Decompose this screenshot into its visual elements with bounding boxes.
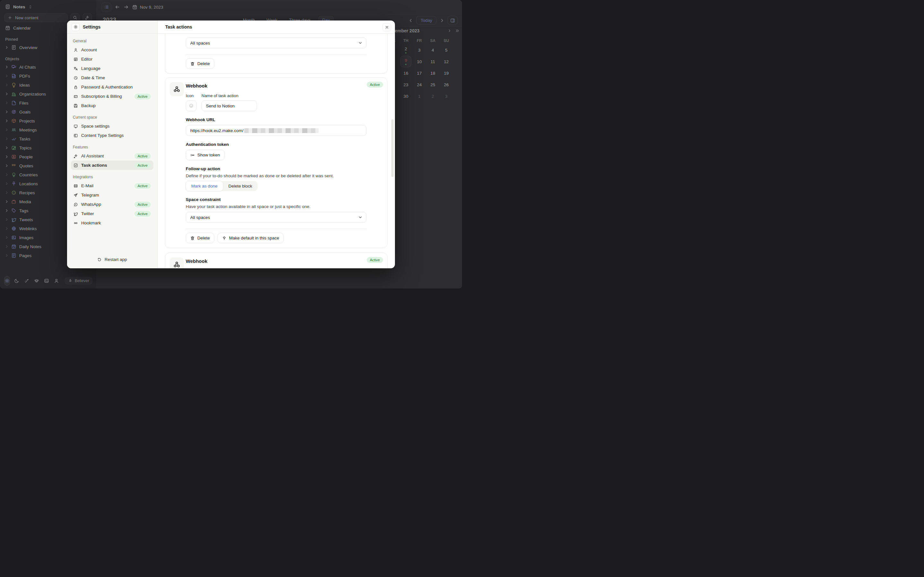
layout-icon — [73, 133, 78, 138]
space-constraint-value: All spaces — [190, 215, 210, 220]
delete-task-action-button[interactable]: Delete — [186, 58, 214, 69]
settings-modal: Settings GeneralAccountEditorLanguageDat… — [67, 21, 395, 268]
nav-item-space-settings[interactable]: Space settings — [71, 121, 153, 131]
nav-item-label: Space settings — [81, 124, 110, 129]
nav-section-label: General — [73, 39, 152, 43]
name-field-label: Name of task action — [202, 93, 238, 98]
webhook-icon — [173, 85, 181, 93]
card-divider — [186, 229, 367, 229]
nav-item-label: Account — [81, 47, 97, 52]
nav-item-label: Password & Authentication — [81, 85, 133, 89]
status-badge: Active — [134, 153, 151, 159]
nav-item-whatsapp[interactable]: WhatsAppActive — [71, 200, 153, 209]
nav-item-label: E-Mail — [81, 183, 94, 188]
nav-item-label: Hookmark — [81, 221, 101, 226]
task-action-name-input[interactable]: Send to Notion — [202, 100, 257, 111]
nav-item-ai-assistant[interactable]: AI AssistantActive — [71, 151, 153, 161]
segment-option-delete-block[interactable]: Delete block — [223, 181, 258, 191]
clock-icon — [73, 76, 78, 80]
nav-item-subscription-billing[interactable]: Subscription & BillingActive — [71, 92, 153, 101]
restart-app-button[interactable]: Restart app — [67, 257, 157, 262]
mail-icon — [73, 184, 78, 188]
nav-item-label: Task actions — [81, 163, 107, 168]
make-default-button[interactable]: Make default in this space — [218, 233, 284, 243]
webhook-url-value: https://hook.eu2.make.com/ — [190, 128, 244, 133]
space-constraint-label: Space constraint — [186, 197, 383, 202]
monitor-icon — [73, 124, 78, 129]
nav-section-label: Integrations — [73, 175, 152, 179]
nav-item-label: Twitter — [81, 211, 94, 216]
webhook-type-box — [170, 258, 184, 268]
nav-item-password-authentication[interactable]: Password & Authentication — [71, 82, 153, 92]
panel-title: Task actions — [165, 24, 192, 29]
webhook-url-label: Webhook URL — [186, 117, 383, 122]
nav-item-content-type-settings[interactable]: Content Type Settings — [71, 131, 153, 140]
space-constraint-select[interactable]: All spaces — [186, 37, 367, 48]
segment-option-mark-as-done[interactable]: Mark as done — [186, 181, 223, 191]
status-badge: Active — [134, 183, 151, 189]
delete-label: Delete — [197, 235, 210, 240]
infinity-icon — [73, 221, 78, 226]
send-icon — [73, 193, 78, 197]
task-actions-scroll-area[interactable]: All spaces Delete — [158, 34, 395, 268]
nav-item-hookmark[interactable]: Hookmark — [71, 218, 153, 227]
nav-item-twitter[interactable]: TwitterActive — [71, 209, 153, 218]
webhook-icon — [173, 261, 181, 268]
status-badge: Active — [367, 82, 383, 87]
task-action-card: ActiveWebhookIconName of task actionSend… — [165, 77, 388, 248]
task-action-card-partial: All spaces Delete — [165, 34, 388, 74]
token-icon — [190, 153, 195, 157]
nav-item-label: Language — [81, 66, 100, 71]
status-badge: Active — [134, 163, 151, 168]
nav-item-label: WhatsApp — [81, 202, 101, 207]
sparkles-icon — [73, 154, 78, 158]
app-screen: Notes New content Calendar — [0, 0, 462, 288]
icon-field-label: Icon — [186, 93, 202, 98]
nav-item-label: Backup — [81, 103, 95, 108]
close-icon — [384, 25, 389, 29]
status-badge: Active — [134, 93, 151, 99]
webhook-url-input[interactable]: https://hook.eu2.make.com/ — [186, 125, 367, 136]
settings-title: Settings — [83, 24, 100, 29]
nav-item-backup[interactable]: Backup — [71, 101, 153, 110]
nav-item-label: Subscription & Billing — [81, 94, 122, 99]
nav-item-date-time[interactable]: Date & Time — [71, 73, 153, 82]
show-token-button[interactable]: Show token — [186, 150, 225, 160]
nav-item-account[interactable]: Account — [71, 45, 153, 55]
redacted-url-segment — [244, 128, 318, 133]
status-badge: Active — [134, 211, 151, 217]
settings-nav: Settings GeneralAccountEditorLanguageDat… — [67, 21, 158, 268]
nav-item-editor[interactable]: Editor — [71, 55, 153, 64]
nav-item-task-actions[interactable]: Task actionsActive — [71, 161, 153, 170]
delete-task-action-button[interactable]: Delete — [186, 233, 214, 243]
task-action-card: ActiveWebhookIconName of task actionSyst… — [165, 253, 388, 268]
app-window: Notes New content Calendar — [0, 0, 462, 288]
card-type-label: Webhook — [186, 258, 383, 264]
icon-picker-field[interactable] — [186, 100, 197, 111]
nav-item-language[interactable]: Language — [71, 64, 153, 73]
nav-item-telegram[interactable]: Telegram — [71, 190, 153, 200]
close-modal-button[interactable] — [383, 23, 391, 31]
editor-icon — [73, 57, 78, 61]
nav-item-label: Telegram — [81, 193, 99, 197]
trash-icon — [190, 236, 195, 240]
make-default-label: Make default in this space — [229, 235, 279, 240]
nav-item-label: Content Type Settings — [81, 133, 124, 138]
show-token-label: Show token — [197, 153, 220, 157]
auth-token-label: Authentication token — [186, 142, 383, 147]
nav-item-label: AI Assistant — [81, 153, 104, 158]
save-icon — [73, 103, 78, 108]
bird-icon — [73, 211, 78, 216]
trash-icon — [190, 61, 195, 66]
status-badge: Active — [134, 201, 151, 207]
whatsapp-icon — [73, 202, 78, 207]
chevron-down-icon — [358, 41, 363, 45]
nav-item-label: Date & Time — [81, 75, 105, 80]
panel-scrollbar-thumb[interactable] — [391, 119, 394, 177]
lock-icon — [73, 85, 78, 89]
space-constraint-select[interactable]: All spaces — [186, 212, 367, 223]
restart-icon — [97, 258, 102, 262]
nav-item-e-mail[interactable]: E-MailActive — [71, 181, 153, 190]
smiley-icon — [189, 103, 194, 108]
status-badge: Active — [367, 257, 383, 263]
